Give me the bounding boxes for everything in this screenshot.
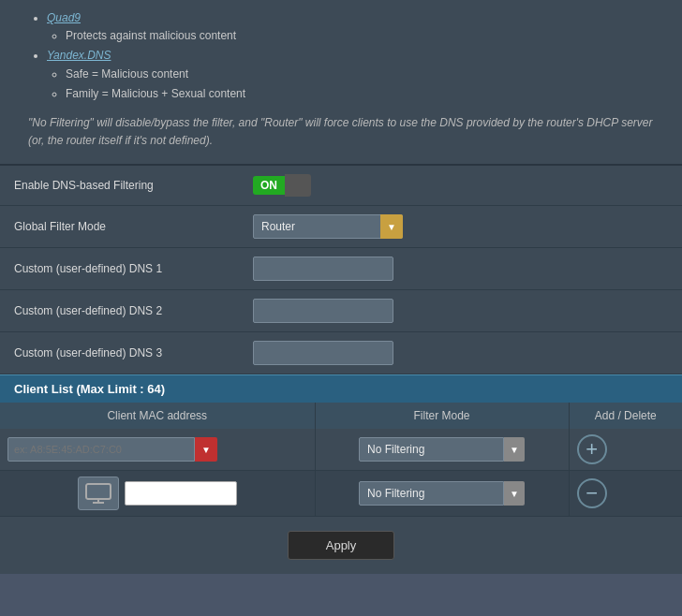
enable-dns-label: Enable DNS-based Filtering (0, 173, 244, 198)
global-filter-row: Global Filter Mode No Filtering Router G… (0, 206, 682, 248)
client-table: Client MAC address Filter Mode Add / Del… (0, 403, 682, 517)
custom-dns2-row: Custom (user-defined) DNS 2 (0, 290, 682, 332)
device-mac-cell (0, 471, 315, 517)
top-info-section: Quad9 Protects against malicious content… (0, 0, 682, 164)
col-add-delete: Add / Delete (569, 403, 682, 429)
custom-dns3-control (244, 337, 682, 369)
filter-add-cell: No Filtering Google OpenDNS Quad9 Yandex… (315, 429, 569, 471)
custom-dns3-label: Custom (user-defined) DNS 3 (0, 341, 244, 365)
custom-dns1-control (244, 253, 682, 285)
custom-dns1-label: Custom (user-defined) DNS 1 (0, 257, 244, 281)
custom-dns3-input[interactable] (253, 341, 393, 365)
add-delete-device-cell: − (569, 471, 682, 517)
mac-input-wrapper: ▼ (7, 437, 307, 462)
filter-device-arrow-icon[interactable]: ▼ (504, 481, 525, 506)
global-filter-dropdown-wrapper: No Filtering Router Google OpenDNS Quad9… (253, 214, 403, 239)
table-row: No Filtering Google OpenDNS Quad9 Yandex… (0, 471, 682, 517)
custom-dns2-control (244, 295, 682, 327)
device-cell (7, 477, 307, 510)
svg-rect-0 (86, 484, 111, 499)
yandex-link: Yandex.DNS (47, 49, 111, 62)
add-delete-add-cell: + (569, 429, 682, 471)
add-client-button[interactable]: + (577, 434, 607, 464)
global-filter-control: No Filtering Router Google OpenDNS Quad9… (244, 211, 682, 242)
device-icon (78, 477, 119, 510)
mac-address-input[interactable] (7, 437, 195, 462)
filter-add-arrow-icon[interactable]: ▼ (504, 437, 525, 462)
device-name-input[interactable] (125, 481, 237, 506)
global-filter-label: Global Filter Mode (0, 214, 244, 239)
apply-button[interactable]: Apply (288, 531, 395, 560)
mac-add-cell: ▼ (0, 429, 315, 471)
yandex-family-desc: Family = Malicious + Sexual content (66, 85, 663, 103)
remove-client-button[interactable]: − (577, 478, 607, 508)
note-text: "No Filtering" will disable/bypass the f… (28, 114, 663, 150)
monitor-icon (84, 482, 112, 505)
toggle-on-button[interactable]: ON (253, 176, 285, 195)
col-mac-address: Client MAC address (0, 403, 315, 429)
apply-section: Apply (0, 517, 682, 574)
minus-icon: − (586, 483, 598, 504)
client-list-section: Client List (Max Limit : 64) Client MAC … (0, 374, 682, 517)
client-list-header: Client List (Max Limit : 64) (0, 374, 682, 403)
quad9-description: Protects against malicious content (66, 27, 663, 45)
form-section: Enable DNS-based Filtering ON Global Fil… (0, 164, 682, 374)
col-filter-mode: Filter Mode (315, 403, 569, 429)
custom-dns1-row: Custom (user-defined) DNS 1 (0, 248, 682, 290)
filter-device-wrapper: No Filtering Google OpenDNS Quad9 Yandex… (359, 481, 525, 506)
plus-icon: + (586, 439, 598, 460)
filter-add-wrapper: No Filtering Google OpenDNS Quad9 Yandex… (359, 437, 525, 462)
custom-dns1-input[interactable] (253, 257, 393, 281)
filter-device-cell: No Filtering Google OpenDNS Quad9 Yandex… (315, 471, 569, 517)
toggle-wrapper: ON (253, 174, 673, 197)
mac-dropdown-arrow-icon[interactable]: ▼ (195, 437, 217, 462)
custom-dns3-row: Custom (user-defined) DNS 3 (0, 332, 682, 374)
enable-dns-row: Enable DNS-based Filtering ON (0, 166, 682, 206)
table-header-row: Client MAC address Filter Mode Add / Del… (0, 403, 682, 429)
custom-dns2-input[interactable] (253, 299, 393, 323)
custom-dns2-label: Custom (user-defined) DNS 2 (0, 299, 244, 323)
global-filter-arrow-icon[interactable]: ▼ (380, 214, 403, 239)
filter-device-select[interactable]: No Filtering Google OpenDNS Quad9 Yandex… (359, 481, 504, 506)
table-row-add: ▼ No Filtering Google OpenDNS Quad9 Yand… (0, 429, 682, 471)
yandex-safe-desc: Safe = Malicious content (66, 66, 663, 83)
toggle-off-part[interactable] (285, 174, 311, 197)
quad9-link: Quad9 (47, 11, 81, 24)
enable-dns-control: ON (244, 170, 682, 200)
filter-add-select[interactable]: No Filtering Google OpenDNS Quad9 Yandex… (359, 437, 504, 462)
